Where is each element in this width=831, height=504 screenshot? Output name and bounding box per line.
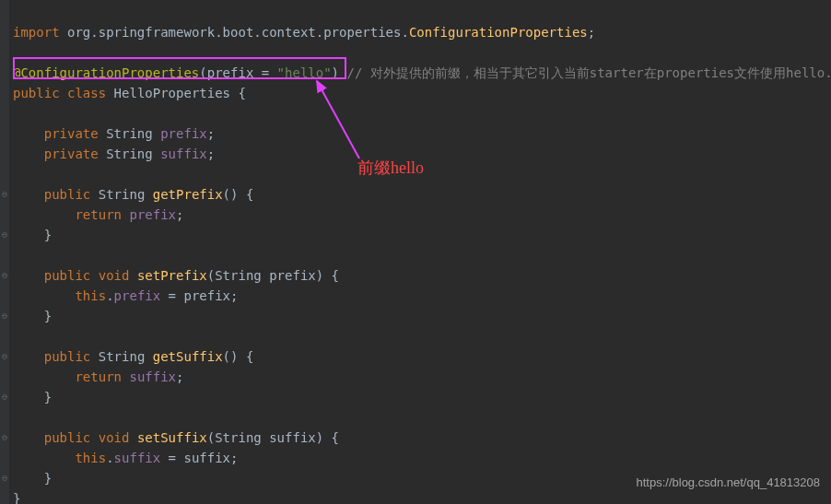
code-line: this.prefix = prefix;: [13, 286, 831, 306]
annotation-label: 前缀hello: [357, 157, 424, 179]
code-line: public void setPrefix(String prefix) {: [13, 265, 831, 286]
code-line: [13, 42, 831, 63]
fold-icon[interactable]: ⊖: [0, 225, 9, 245]
fold-icon[interactable]: ⊖: [0, 346, 9, 367]
code-line: public String getPrefix() {: [13, 184, 831, 205]
code-area[interactable]: import org.springframework.boot.context.…: [9, 0, 831, 504]
code-line: }: [13, 306, 831, 326]
fold-icon[interactable]: ⊖: [0, 184, 9, 205]
code-line: import org.springframework.boot.context.…: [13, 22, 831, 42]
code-line: [13, 103, 831, 123]
watermark: https://blog.csdn.net/qq_41813208: [637, 475, 821, 489]
code-line: public class HelloProperties {: [13, 83, 831, 103]
code-line: [13, 245, 831, 265]
fold-icon[interactable]: ⊖: [0, 265, 9, 286]
fold-icon[interactable]: ⊖: [0, 428, 9, 448]
code-line: [13, 407, 831, 428]
code-line: }: [13, 225, 831, 245]
code-line: return suffix;: [13, 367, 831, 387]
gutter: ⊖ ⊖ ⊖ ⊖ ⊖ ⊖ ⊖ ⊖: [0, 0, 9, 504]
code-line: }: [13, 387, 831, 407]
code-line: }: [13, 488, 831, 504]
code-line: public String getSuffix() {: [13, 346, 831, 367]
code-line: private String prefix;: [13, 123, 831, 144]
fold-icon[interactable]: ⊖: [0, 468, 9, 488]
code-editor: ⊖ ⊖ ⊖ ⊖ ⊖ ⊖ ⊖ ⊖ import org.springframewo…: [0, 0, 831, 504]
fold-icon[interactable]: ⊖: [0, 306, 9, 326]
fold-icon[interactable]: ⊖: [0, 387, 9, 407]
code-line: this.suffix = suffix;: [13, 448, 831, 468]
code-line: [13, 326, 831, 346]
code-line: return prefix;: [13, 205, 831, 225]
code-line: public void setSuffix(String suffix) {: [13, 428, 831, 448]
code-line: @ConfigurationProperties(prefix = "hello…: [13, 63, 831, 83]
